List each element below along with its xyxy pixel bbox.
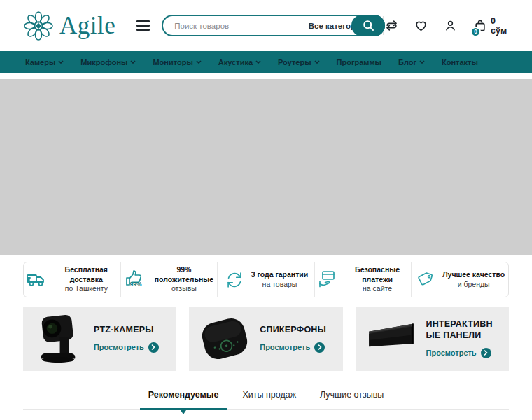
tab-recommended[interactable]: Рекомендуемые bbox=[140, 388, 227, 410]
quality-tag-icon bbox=[415, 270, 436, 290]
arrow-right-circle-icon bbox=[481, 348, 491, 358]
chevron-down-icon bbox=[314, 60, 320, 64]
category-card-interactive-panels[interactable]: ИНТЕРАКТИВНЫЕ ПАНЕЛИ Просмотреть bbox=[356, 307, 509, 371]
feature-secure-payments: Безопасные платежи на сайте bbox=[315, 262, 412, 297]
feature-normal-text: на товары bbox=[251, 280, 309, 290]
feature-normal-text: отзывы bbox=[153, 284, 216, 294]
ptz-camera-image bbox=[23, 307, 94, 371]
nav-item-routers[interactable]: Роутеры bbox=[270, 51, 328, 73]
secure-payment-icon bbox=[316, 269, 339, 291]
nav-item-label: Роутеры bbox=[278, 58, 312, 66]
card-link-label: Просмотреть bbox=[426, 349, 477, 357]
card-link-label: Просмотреть bbox=[94, 343, 144, 351]
tab-label: Лучшие отзывы bbox=[320, 390, 384, 400]
category-card-ptz-cameras[interactable]: PTZ-КАМЕРЫ Просмотреть bbox=[23, 307, 176, 371]
nav-item-label: Акустика bbox=[218, 58, 253, 66]
nav-item-blog[interactable]: Блог bbox=[390, 51, 433, 73]
search-icon bbox=[363, 20, 374, 31]
product-tabs-section: Рекомендуемые Хиты продаж Лучшие отзывы bbox=[23, 388, 509, 410]
warranty-refresh-icon bbox=[224, 270, 245, 290]
nav-item-label: Камеры bbox=[25, 58, 55, 66]
interactive-panel-image bbox=[356, 307, 426, 371]
card-view-link[interactable]: Просмотреть bbox=[94, 342, 171, 353]
feature-bold-text: Лучшее качество bbox=[442, 270, 505, 280]
search-input[interactable] bbox=[163, 22, 304, 30]
search-bar: Все категории bbox=[162, 15, 385, 36]
feature-bold-text: 3 года гарантии bbox=[251, 270, 309, 280]
nav-item-software[interactable]: Программы bbox=[328, 51, 390, 73]
feature-best-quality: Лучшее качество и бренды bbox=[412, 262, 508, 297]
svg-text:99%: 99% bbox=[130, 281, 141, 288]
feature-bold-text: Безопасные платежи bbox=[345, 265, 410, 284]
brand-logo[interactable]: Agile bbox=[23, 10, 115, 41]
feature-warranty: 3 года гарантии на товары bbox=[218, 262, 315, 297]
nav-item-acoustics[interactable]: Акустика bbox=[210, 51, 270, 73]
cart-total: 0 сўм bbox=[491, 16, 511, 36]
cart-button[interactable]: 0 0 сўм bbox=[473, 16, 511, 36]
nav-item-contacts[interactable]: Контакты bbox=[433, 51, 486, 73]
feature-positive-reviews: 99% 99% положительные отзывы bbox=[121, 262, 218, 297]
feature-normal-text: на сайте bbox=[345, 284, 410, 294]
tab-label: Хиты продаж bbox=[243, 390, 297, 400]
card-view-link[interactable]: Просмотреть bbox=[260, 342, 337, 353]
card-title: ИНТЕРАКТИВНЫЕ ПАНЕЛИ bbox=[426, 319, 495, 341]
mandala-flower-icon bbox=[23, 10, 54, 41]
main-nav: Камеры Микрофоны Мониторы Акустика Роуте… bbox=[0, 51, 532, 73]
card-title: PTZ-КАМЕРЫ bbox=[94, 325, 162, 336]
tab-bestsellers[interactable]: Хиты продаж bbox=[234, 388, 305, 410]
nav-item-label: Мониторы bbox=[153, 58, 192, 66]
card-title: СПИКЕРФОНЫ bbox=[260, 325, 328, 336]
chevron-down-icon bbox=[196, 60, 202, 64]
cart-count-badge: 0 bbox=[470, 27, 481, 37]
category-card-speakerphones[interactable]: СПИКЕРФОНЫ Просмотреть bbox=[189, 307, 342, 371]
chevron-down-icon bbox=[58, 60, 64, 64]
nav-item-microphones[interactable]: Микрофоны bbox=[72, 51, 144, 73]
header-action-icons: 0 0 сўм bbox=[385, 16, 511, 36]
top-header: Agile Все категории bbox=[0, 0, 532, 51]
tabs-divider-line bbox=[23, 410, 509, 410]
brand-name: Agile bbox=[59, 13, 115, 38]
nav-item-label: Программы bbox=[337, 58, 382, 66]
delivery-truck-icon bbox=[25, 269, 48, 291]
thumbs-up-99-icon: 99% bbox=[122, 269, 146, 291]
feature-strip: Бесплатная доставка по Ташкенту 99% 99% … bbox=[23, 262, 509, 298]
chevron-down-icon bbox=[130, 60, 136, 64]
feature-normal-text: и бренды bbox=[442, 280, 505, 290]
search-button[interactable] bbox=[351, 15, 385, 36]
tab-best-reviews[interactable]: Лучшие отзывы bbox=[312, 388, 392, 410]
tab-label: Рекомендуемые bbox=[148, 390, 219, 400]
arrow-right-circle-icon bbox=[148, 342, 159, 353]
product-tabs: Рекомендуемые Хиты продаж Лучшие отзывы bbox=[23, 388, 509, 410]
nav-item-cameras[interactable]: Камеры bbox=[17, 51, 72, 73]
nav-item-label: Блог bbox=[398, 58, 416, 66]
card-view-link[interactable]: Просмотреть bbox=[426, 348, 503, 358]
chevron-down-icon bbox=[255, 60, 261, 64]
wishlist-heart-icon[interactable] bbox=[414, 19, 428, 32]
feature-free-delivery: Бесплатная доставка по Ташкенту bbox=[24, 262, 121, 297]
nav-item-label: Контакты bbox=[442, 58, 478, 66]
cart-bag-icon: 0 bbox=[473, 19, 487, 33]
main-banner-slider[interactable] bbox=[0, 79, 532, 255]
account-user-icon[interactable] bbox=[444, 19, 457, 32]
compare-icon[interactable] bbox=[385, 19, 398, 32]
feature-normal-text: по Ташкенту bbox=[54, 284, 119, 294]
nav-item-label: Микрофоны bbox=[80, 58, 127, 66]
nav-item-monitors[interactable]: Мониторы bbox=[144, 51, 209, 73]
speakerphone-image bbox=[189, 307, 260, 371]
chevron-down-icon bbox=[419, 60, 425, 64]
feature-bold-text: Бесплатная доставка bbox=[54, 265, 119, 284]
card-link-label: Просмотреть bbox=[260, 343, 310, 351]
feature-bold-text: 99% положительные bbox=[153, 265, 216, 284]
category-cards-row: PTZ-КАМЕРЫ Просмотреть bbox=[23, 307, 509, 371]
arrow-right-circle-icon bbox=[314, 342, 325, 353]
menu-hamburger-icon[interactable] bbox=[135, 18, 151, 33]
